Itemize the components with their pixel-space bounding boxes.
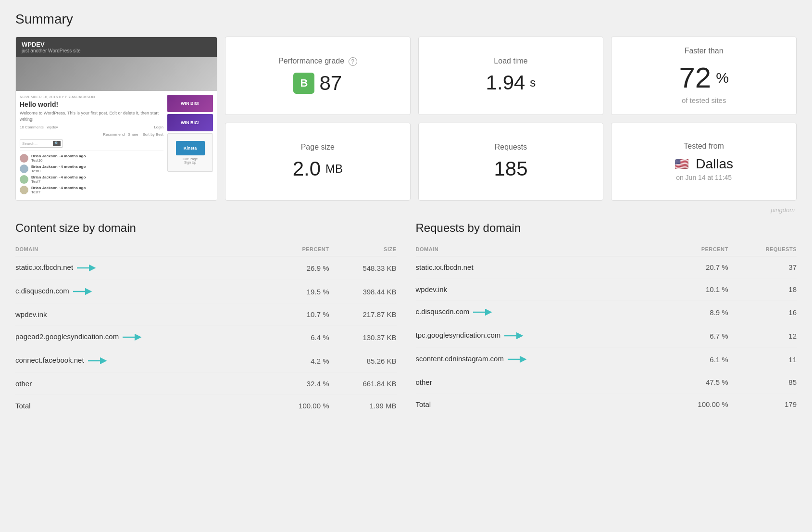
requests-cell: 179 — [728, 393, 797, 416]
percent-cell: 8.9 % — [661, 301, 728, 324]
domain-cell: tpc.googlesyndication.com — [416, 324, 661, 348]
requests-table-row: wpdev.ink 10.1 % 18 — [416, 279, 797, 301]
percent-cell: 47.5 % — [661, 371, 728, 393]
requests-value: 185 — [494, 157, 527, 180]
percent-cell: 6.1 % — [661, 348, 728, 371]
percent-cell: 100.00 % — [268, 395, 329, 417]
fake-ad-kinsta: Kinsta Like Page Sign Up — [167, 133, 213, 172]
us-flag-icon: 🇺🇸 — [675, 157, 689, 171]
content-size-title: Content size by domain — [15, 221, 397, 235]
requests-cell: 16 — [728, 301, 797, 324]
requests-cell: 37 — [728, 256, 797, 279]
size-cell: 661.84 KB — [329, 373, 396, 395]
domain-cell: wpdev.ink — [15, 304, 268, 326]
domain-cell: connect.facebook.net — [15, 349, 268, 373]
content-size-table-row: pagead2.googlesyndication.com 6.4 % 130.… — [15, 326, 397, 349]
requests-table-container: Requests by domain DOMAIN PERCENT REQUES… — [416, 221, 797, 417]
page-size-label: Page size — [301, 143, 335, 152]
teal-arrow-icon — [77, 263, 96, 273]
page-size-value: 2.0 MB — [293, 157, 343, 180]
tested-from-date: on Jun 14 at 11:45 — [676, 174, 732, 181]
grade-badge: B — [293, 73, 314, 94]
domain-cell: static.xx.fbcdn.net — [15, 256, 268, 280]
content-size-table-row: c.disquscdn.com 19.5 % 398.44 KB — [15, 280, 397, 304]
requests-table-row: other 47.5 % 85 — [416, 371, 797, 393]
metrics-grid: Performance grade ? B 87 Load time 1.94 … — [225, 37, 797, 201]
fake-post-title: Hello world! — [20, 101, 163, 108]
requests-label: Requests — [495, 143, 527, 152]
size-cell: 130.37 KB — [329, 326, 396, 349]
requests-cell: 18 — [728, 279, 797, 301]
teal-arrow-icon — [88, 356, 107, 366]
requests-card: Requests 185 — [418, 123, 604, 201]
requests-table-header-row: DOMAIN PERCENT REQUESTS — [416, 242, 797, 256]
domain-cell: Total — [15, 395, 268, 417]
percent-cell: 10.7 % — [268, 304, 329, 326]
domain-cell: other — [416, 371, 661, 393]
percent-cell: 6.4 % — [268, 326, 329, 349]
tested-from-label: Tested from — [684, 142, 724, 151]
performance-grade-value: B 87 — [293, 72, 342, 95]
content-size-table-container: Content size by domain DOMAIN PERCENT SI… — [15, 221, 397, 417]
page-size-unit: MB — [325, 162, 343, 176]
content-size-table: DOMAIN PERCENT SIZE static.xx.fbcdn.net … — [15, 242, 397, 417]
fake-site-hero — [16, 57, 217, 91]
percent-cell: 10.1 % — [661, 279, 728, 301]
fake-ad-winbig-2: WIN BIG! — [167, 114, 213, 131]
teal-arrow-icon — [123, 332, 142, 342]
domain-cell: scontent.cdninstagram.com — [416, 348, 661, 371]
domain-cell: c.disquscdn.com — [15, 280, 268, 304]
teal-arrow-icon — [473, 307, 492, 317]
content-size-table-row: static.xx.fbcdn.net 26.9 % 548.33 KB — [15, 256, 397, 280]
fake-sidebar: WIN BIG! WIN BIG! Kinsta Like Page Sign … — [167, 95, 213, 196]
faster-than-sub: of tested sites — [682, 96, 726, 104]
size-cell: 1.99 MB — [329, 395, 396, 417]
requests-table-row: tpc.googlesyndication.com 6.7 % 12 — [416, 324, 797, 348]
percent-cell: 4.2 % — [268, 349, 329, 373]
page-size-card: Page size 2.0 MB — [225, 123, 411, 201]
content-size-table-row: other 32.4 % 661.84 KB — [15, 373, 397, 395]
domain-cell: pagead2.googlesyndication.com — [15, 326, 268, 349]
size-cell: 85.26 KB — [329, 349, 396, 373]
domain-cell: c.disquscdn.com — [416, 301, 661, 324]
performance-grade-label: Performance grade ? — [278, 57, 357, 66]
tested-from-card: Tested from 🇺🇸 Dallas on Jun 14 at 11:45 — [611, 123, 797, 201]
content-size-table-row: Total 100.00 % 1.99 MB — [15, 395, 397, 417]
performance-grade-card: Performance grade ? B 87 — [225, 37, 411, 115]
domain-cell: wpdev.ink — [416, 279, 661, 301]
faster-than-card: Faster than 72 % of tested sites — [611, 37, 797, 115]
content-size-col-domain: DOMAIN — [15, 242, 268, 256]
content-size-col-percent: PERCENT — [268, 242, 329, 256]
tested-from-city-value: 🇺🇸 Dallas — [675, 156, 733, 172]
requests-cell: 85 — [728, 371, 797, 393]
requests-table-row: Total 100.00 % 179 — [416, 393, 797, 416]
load-time-unit: s — [530, 76, 536, 89]
percent-cell: 100.00 % — [661, 393, 728, 416]
requests-col-percent: PERCENT — [661, 242, 728, 256]
fake-ad-winbig-1: WIN BIG! — [167, 95, 213, 112]
load-time-card: Load time 1.94 s — [418, 37, 604, 115]
content-size-table-header-row: DOMAIN PERCENT SIZE — [15, 242, 397, 256]
requests-title: Requests by domain — [416, 221, 797, 235]
fake-comments: Brian Jackson · 4 months ago Test10 Bria… — [20, 151, 163, 194]
size-cell: 398.44 KB — [329, 280, 396, 304]
size-cell: 548.33 KB — [329, 256, 396, 280]
help-icon[interactable]: ? — [349, 57, 357, 66]
domain-cell: Total — [416, 393, 661, 416]
percent-cell: 19.5 % — [268, 280, 329, 304]
content-size-col-size: SIZE — [329, 242, 396, 256]
percent-cell: 26.9 % — [268, 256, 329, 280]
percent-cell: 20.7 % — [661, 256, 728, 279]
percent-cell: 32.4 % — [268, 373, 329, 395]
fake-post-text: Welcome to WordPress. This is your first… — [20, 110, 163, 122]
content-size-table-row: connect.facebook.net 4.2 % 85.26 KB — [15, 349, 397, 373]
faster-than-label: Faster than — [685, 47, 724, 55]
requests-table-row: static.xx.fbcdn.net 20.7 % 37 — [416, 256, 797, 279]
requests-col-requests: REQUESTS — [728, 242, 797, 256]
site-screenshot-card: WPDEV just another WordPress site NOVEMB… — [15, 37, 217, 201]
requests-cell: 12 — [728, 324, 797, 348]
requests-col-domain: DOMAIN — [416, 242, 661, 256]
size-cell: 217.87 KB — [329, 304, 396, 326]
tables-section: Content size by domain DOMAIN PERCENT SI… — [15, 221, 797, 417]
content-size-table-row: wpdev.ink 10.7 % 217.87 KB — [15, 304, 397, 326]
